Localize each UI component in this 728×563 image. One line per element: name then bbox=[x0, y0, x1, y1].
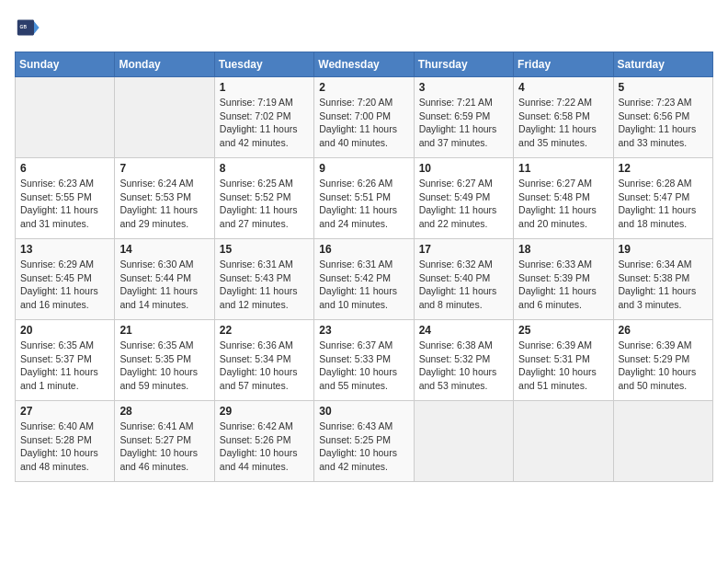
calendar-cell: 18Sunrise: 6:33 AMSunset: 5:39 PMDayligh… bbox=[514, 239, 613, 320]
calendar-cell: 13Sunrise: 6:29 AMSunset: 5:45 PMDayligh… bbox=[16, 239, 115, 320]
calendar-body: 1Sunrise: 7:19 AMSunset: 7:02 PMDaylight… bbox=[16, 77, 713, 482]
day-info: Sunrise: 7:20 AMSunset: 7:00 PMDaylight:… bbox=[319, 96, 408, 150]
calendar-week-2: 6Sunrise: 6:23 AMSunset: 5:55 PMDaylight… bbox=[16, 158, 713, 239]
calendar-cell: 10Sunrise: 6:27 AMSunset: 5:49 PMDayligh… bbox=[414, 158, 513, 239]
page-header: GB bbox=[15, 15, 713, 40]
calendar-cell bbox=[514, 401, 613, 482]
calendar-cell: 21Sunrise: 6:35 AMSunset: 5:35 PMDayligh… bbox=[115, 320, 214, 401]
logo: GB bbox=[15, 15, 44, 40]
day-number: 30 bbox=[319, 405, 408, 418]
calendar-cell: 9Sunrise: 6:26 AMSunset: 5:51 PMDaylight… bbox=[314, 158, 414, 239]
day-number: 17 bbox=[419, 243, 508, 256]
calendar-cell: 17Sunrise: 6:32 AMSunset: 5:40 PMDayligh… bbox=[414, 239, 513, 320]
day-number: 27 bbox=[20, 405, 109, 418]
day-number: 6 bbox=[20, 162, 109, 175]
day-info: Sunrise: 7:21 AMSunset: 6:59 PMDaylight:… bbox=[419, 96, 508, 150]
day-number: 29 bbox=[220, 405, 309, 418]
day-info: Sunrise: 6:30 AMSunset: 5:44 PMDaylight:… bbox=[119, 258, 209, 312]
weekday-header-saturday: Saturday bbox=[613, 52, 712, 77]
day-info: Sunrise: 7:22 AMSunset: 6:58 PMDaylight:… bbox=[518, 96, 608, 150]
weekday-header-wednesday: Wednesday bbox=[314, 52, 414, 77]
day-number: 2 bbox=[319, 81, 408, 94]
day-number: 20 bbox=[20, 324, 109, 337]
calendar-table: SundayMondayTuesdayWednesdayThursdayFrid… bbox=[15, 52, 713, 482]
calendar-header: SundayMondayTuesdayWednesdayThursdayFrid… bbox=[16, 52, 713, 77]
day-info: Sunrise: 6:34 AMSunset: 5:38 PMDaylight:… bbox=[619, 258, 708, 312]
calendar-cell: 15Sunrise: 6:31 AMSunset: 5:43 PMDayligh… bbox=[214, 239, 313, 320]
day-info: Sunrise: 7:19 AMSunset: 7:02 PMDaylight:… bbox=[220, 96, 309, 150]
calendar-cell bbox=[16, 77, 115, 158]
weekday-header-thursday: Thursday bbox=[414, 52, 513, 77]
weekday-header-friday: Friday bbox=[514, 52, 613, 77]
day-number: 18 bbox=[518, 243, 608, 256]
calendar-cell: 28Sunrise: 6:41 AMSunset: 5:27 PMDayligh… bbox=[115, 401, 214, 482]
svg-text:GB: GB bbox=[20, 25, 28, 29]
day-number: 12 bbox=[619, 162, 708, 175]
calendar-cell: 14Sunrise: 6:30 AMSunset: 5:44 PMDayligh… bbox=[115, 239, 214, 320]
day-number: 4 bbox=[518, 81, 608, 94]
day-info: Sunrise: 6:35 AMSunset: 5:35 PMDaylight:… bbox=[119, 339, 209, 393]
day-info: Sunrise: 6:42 AMSunset: 5:26 PMDaylight:… bbox=[220, 419, 309, 474]
day-number: 14 bbox=[119, 243, 209, 256]
day-number: 3 bbox=[419, 81, 508, 94]
day-info: Sunrise: 6:31 AMSunset: 5:43 PMDaylight:… bbox=[220, 258, 309, 312]
day-number: 10 bbox=[419, 162, 508, 175]
day-number: 26 bbox=[619, 324, 708, 337]
calendar-cell: 4Sunrise: 7:22 AMSunset: 6:58 PMDaylight… bbox=[514, 77, 613, 158]
day-info: Sunrise: 6:35 AMSunset: 5:37 PMDaylight:… bbox=[20, 339, 109, 393]
calendar-cell: 23Sunrise: 6:37 AMSunset: 5:33 PMDayligh… bbox=[314, 320, 414, 401]
calendar-week-1: 1Sunrise: 7:19 AMSunset: 7:02 PMDaylight… bbox=[16, 77, 713, 158]
weekday-header-sunday: Sunday bbox=[16, 52, 115, 77]
weekday-row: SundayMondayTuesdayWednesdayThursdayFrid… bbox=[16, 52, 713, 77]
day-number: 5 bbox=[619, 81, 708, 94]
day-number: 28 bbox=[119, 405, 209, 418]
calendar-week-3: 13Sunrise: 6:29 AMSunset: 5:45 PMDayligh… bbox=[16, 239, 713, 320]
day-info: Sunrise: 6:31 AMSunset: 5:42 PMDaylight:… bbox=[319, 258, 408, 312]
day-number: 16 bbox=[319, 243, 408, 256]
calendar-cell: 7Sunrise: 6:24 AMSunset: 5:53 PMDaylight… bbox=[115, 158, 214, 239]
day-info: Sunrise: 6:39 AMSunset: 5:29 PMDaylight:… bbox=[619, 339, 708, 393]
day-number: 11 bbox=[518, 162, 608, 175]
calendar-cell: 6Sunrise: 6:23 AMSunset: 5:55 PMDaylight… bbox=[16, 158, 115, 239]
calendar-cell: 22Sunrise: 6:36 AMSunset: 5:34 PMDayligh… bbox=[214, 320, 313, 401]
day-info: Sunrise: 6:40 AMSunset: 5:28 PMDaylight:… bbox=[20, 419, 109, 474]
calendar-cell: 30Sunrise: 6:43 AMSunset: 5:25 PMDayligh… bbox=[314, 401, 414, 482]
calendar-cell: 5Sunrise: 7:23 AMSunset: 6:56 PMDaylight… bbox=[613, 77, 712, 158]
calendar-cell: 2Sunrise: 7:20 AMSunset: 7:00 PMDaylight… bbox=[314, 77, 414, 158]
calendar-cell: 1Sunrise: 7:19 AMSunset: 7:02 PMDaylight… bbox=[214, 77, 313, 158]
day-info: Sunrise: 6:23 AMSunset: 5:55 PMDaylight:… bbox=[20, 177, 109, 231]
day-info: Sunrise: 6:27 AMSunset: 5:48 PMDaylight:… bbox=[518, 177, 608, 231]
calendar-cell: 27Sunrise: 6:40 AMSunset: 5:28 PMDayligh… bbox=[16, 401, 115, 482]
calendar-cell bbox=[414, 401, 513, 482]
calendar-cell: 29Sunrise: 6:42 AMSunset: 5:26 PMDayligh… bbox=[214, 401, 313, 482]
day-info: Sunrise: 6:27 AMSunset: 5:49 PMDaylight:… bbox=[419, 177, 508, 231]
day-info: Sunrise: 6:32 AMSunset: 5:40 PMDaylight:… bbox=[419, 258, 508, 312]
day-info: Sunrise: 6:26 AMSunset: 5:51 PMDaylight:… bbox=[319, 177, 408, 231]
logo-icon: GB bbox=[15, 15, 40, 40]
day-number: 19 bbox=[619, 243, 708, 256]
day-number: 21 bbox=[119, 324, 209, 337]
day-number: 9 bbox=[319, 162, 408, 175]
day-number: 1 bbox=[220, 81, 309, 94]
weekday-header-tuesday: Tuesday bbox=[214, 52, 313, 77]
day-info: Sunrise: 6:39 AMSunset: 5:31 PMDaylight:… bbox=[518, 339, 608, 393]
day-info: Sunrise: 6:41 AMSunset: 5:27 PMDaylight:… bbox=[119, 419, 209, 474]
day-info: Sunrise: 6:25 AMSunset: 5:52 PMDaylight:… bbox=[220, 177, 309, 231]
day-info: Sunrise: 6:33 AMSunset: 5:39 PMDaylight:… bbox=[518, 258, 608, 312]
day-number: 22 bbox=[220, 324, 309, 337]
calendar-cell: 20Sunrise: 6:35 AMSunset: 5:37 PMDayligh… bbox=[16, 320, 115, 401]
day-number: 7 bbox=[119, 162, 209, 175]
day-info: Sunrise: 6:28 AMSunset: 5:47 PMDaylight:… bbox=[619, 177, 708, 231]
calendar-cell: 12Sunrise: 6:28 AMSunset: 5:47 PMDayligh… bbox=[613, 158, 712, 239]
day-number: 24 bbox=[419, 324, 508, 337]
day-info: Sunrise: 6:29 AMSunset: 5:45 PMDaylight:… bbox=[20, 258, 109, 312]
day-number: 15 bbox=[220, 243, 309, 256]
calendar-cell bbox=[115, 77, 214, 158]
day-number: 8 bbox=[220, 162, 309, 175]
day-info: Sunrise: 7:23 AMSunset: 6:56 PMDaylight:… bbox=[619, 96, 708, 150]
day-info: Sunrise: 6:24 AMSunset: 5:53 PMDaylight:… bbox=[119, 177, 209, 231]
day-info: Sunrise: 6:37 AMSunset: 5:33 PMDaylight:… bbox=[319, 339, 408, 393]
weekday-header-monday: Monday bbox=[115, 52, 214, 77]
day-number: 25 bbox=[518, 324, 608, 337]
calendar-cell: 11Sunrise: 6:27 AMSunset: 5:48 PMDayligh… bbox=[514, 158, 613, 239]
